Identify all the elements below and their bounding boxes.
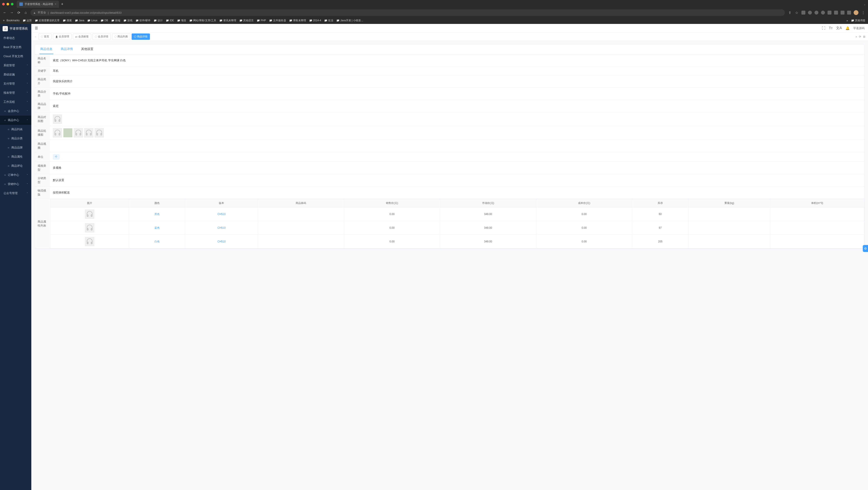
tag-tab-首页[interactable]: 首页 xyxy=(38,33,52,40)
ext-icon-2[interactable] xyxy=(808,11,812,14)
carousel-thumbnail[interactable] xyxy=(84,128,93,137)
window-close[interactable] xyxy=(2,3,5,5)
nav-forward-button[interactable]: → xyxy=(9,11,14,14)
nav-reload-button[interactable]: ⟳ xyxy=(17,11,21,15)
carousel-thumbnail[interactable] xyxy=(95,128,104,137)
ext-icon-3[interactable] xyxy=(814,11,818,14)
sku-thumbnail[interactable] xyxy=(85,209,94,219)
profile-avatar-icon[interactable] xyxy=(854,10,859,15)
version-link[interactable]: CH510 xyxy=(218,240,226,243)
bookmark-item[interactable]: 前端 xyxy=(111,19,120,22)
bookmark-item[interactable]: 运营 xyxy=(23,19,32,22)
bookmark-item[interactable]: 设计 xyxy=(154,19,163,22)
settings-fab[interactable]: ⚙ xyxy=(863,245,868,252)
sidebar-item-报表管理[interactable]: 报表管理˅ xyxy=(0,88,31,97)
bookmark-item[interactable]: DB xyxy=(100,19,108,22)
ext-icon-5[interactable] xyxy=(828,11,832,14)
tag-tab-会员标签[interactable]: 会员标签 xyxy=(73,33,91,40)
ext-icon-6[interactable] xyxy=(834,11,838,14)
ext-icon-4[interactable] xyxy=(821,11,825,14)
color-link[interactable]: 蓝色 xyxy=(154,226,160,229)
tabs-next-icon[interactable]: » xyxy=(856,35,857,38)
version-link[interactable]: CH510 xyxy=(218,213,226,216)
content-tab-商品信息[interactable]: 商品信息 xyxy=(39,44,53,54)
sidebar-item-商品分类[interactable]: ○商品分类 xyxy=(0,134,31,143)
bookmark-item[interactable]: Linux xyxy=(87,19,97,22)
nav-home-button[interactable]: ⌂ xyxy=(24,11,28,14)
tag-tab-商品列表[interactable]: 商品列表 xyxy=(112,33,130,40)
bookmark-item[interactable]: 其他语言 xyxy=(239,19,254,22)
tab-close-icon[interactable]: × xyxy=(55,3,56,6)
bookmark-item[interactable]: 软件/硬件 xyxy=(135,19,151,22)
extensions-puzzle-icon[interactable] xyxy=(841,11,844,14)
version-link[interactable]: CH510 xyxy=(218,226,226,229)
sku-thumbnail[interactable] xyxy=(85,237,94,246)
content-tab-商品详情[interactable]: 商品详情 xyxy=(60,44,74,54)
sidebar-item-作者动态[interactable]: 作者动态 xyxy=(0,33,31,43)
tabs-refresh-icon[interactable]: ⟳ xyxy=(859,35,861,38)
cover-thumbnail[interactable] xyxy=(53,115,62,124)
sidebar-item-会员中心[interactable]: ○会员中心˅ xyxy=(0,106,31,116)
carousel-thumbnail[interactable] xyxy=(74,128,83,137)
bookmark-item[interactable]: 生活 xyxy=(324,19,333,22)
sidebar-item-Cloud 开发文档[interactable]: Cloud 开发文档 xyxy=(0,52,31,61)
new-tab-button[interactable]: + xyxy=(61,2,64,6)
bookmark-item[interactable]: 游戏 xyxy=(123,19,132,22)
sidebar-item-系统管理[interactable]: 系统管理˅ xyxy=(0,61,31,70)
bookmark-star-icon[interactable]: ☆ xyxy=(795,11,799,15)
bookmark-item[interactable]: Java开发 | 小组首... xyxy=(336,19,363,22)
nav-back-button[interactable]: ← xyxy=(3,11,7,14)
ext-icon-1[interactable] xyxy=(801,11,805,14)
sidebar-toggle-button[interactable]: ☰ xyxy=(35,26,38,30)
tabs-prev-icon[interactable]: « xyxy=(34,35,37,38)
bookmark-item[interactable]: 项目 xyxy=(177,19,186,22)
bookmark-item[interactable]: 2014-4 xyxy=(309,19,321,22)
sku-thumbnail[interactable] xyxy=(85,223,94,232)
bookmark-item[interactable]: 网站/博客/文章/工具 xyxy=(189,19,216,22)
bookmarks-overflow-icon[interactable]: » xyxy=(846,19,848,22)
notification-bell-icon[interactable]: 🔔 xyxy=(845,26,850,30)
tabs-menu-icon[interactable]: ⊞ xyxy=(863,35,865,38)
sidebar-item-营销中心[interactable]: ○营销中心˅ xyxy=(0,179,31,189)
carousel-thumbnail[interactable] xyxy=(63,128,72,137)
sidebar-item-订单中心[interactable]: ○订单中心˅ xyxy=(0,170,31,179)
bookmark-item[interactable]: 文件服务器 xyxy=(269,19,286,22)
sidebar-item-公众号管理[interactable]: 公众号管理˅ xyxy=(0,189,31,198)
app-logo[interactable]: 芋道管理系统 xyxy=(0,24,31,33)
address-bar[interactable]: ▲ 不安全 | dashboard-vue3.yudao.iocoder.cn/… xyxy=(30,9,785,16)
tag-tab-会员详情[interactable]: 会员详情 xyxy=(92,33,111,40)
tag-tab-商品详情[interactable]: 商品详情 xyxy=(132,33,150,40)
sidebar-item-支付管理[interactable]: 支付管理˅ xyxy=(0,79,31,88)
sidebar-item-工作流程[interactable]: 工作流程˅ xyxy=(0,97,31,106)
side-panel-icon[interactable] xyxy=(847,11,851,14)
bookmark-item[interactable]: 其他书签 xyxy=(851,19,865,22)
font-size-icon[interactable]: Tт xyxy=(829,26,833,30)
browser-tab[interactable]: 芋道管理系统 - 商品详情 × xyxy=(17,1,59,8)
bookmark-item[interactable]: Java xyxy=(75,19,84,22)
bookmark-item[interactable]: Bookmarks xyxy=(3,19,20,22)
share-icon[interactable]: ⇧ xyxy=(787,11,792,15)
source-link[interactable]: 芋道源码 xyxy=(853,26,865,30)
window-minimize[interactable] xyxy=(6,3,9,5)
sidebar-item-商品品牌[interactable]: ○商品品牌 xyxy=(0,143,31,152)
menu-dots-icon[interactable]: ⋮ xyxy=(861,11,865,15)
bookmark-item[interactable]: 资讯未整理 xyxy=(219,19,236,22)
color-link[interactable]: 白色 xyxy=(154,240,160,243)
carousel-thumbnail[interactable] xyxy=(53,128,62,137)
bookmark-item[interactable]: PHP xyxy=(257,19,266,22)
translate-icon[interactable]: 文A xyxy=(836,26,842,30)
bookmark-item[interactable]: IDE xyxy=(166,19,174,22)
sidebar-item-商品属性[interactable]: ○商品属性 xyxy=(0,152,31,161)
tab-list-chevron-icon[interactable]: ⌄ xyxy=(863,3,866,6)
sidebar-item-商品列表[interactable]: ○商品列表 xyxy=(0,125,31,134)
sidebar-item-商品中心[interactable]: ○商品中心˄ xyxy=(0,116,31,125)
bookmark-item[interactable]: 近期需要读的文章 xyxy=(35,19,60,22)
color-link[interactable]: 黑色 xyxy=(154,213,160,216)
bookmark-item[interactable]: 博客未整理 xyxy=(289,19,306,22)
sidebar-item-基础设施[interactable]: 基础设施˅ xyxy=(0,70,31,79)
content-tab-其他设置[interactable]: 其他设置 xyxy=(80,44,94,54)
tag-tab-会员管理[interactable]: 会员管理 xyxy=(53,33,71,40)
sidebar-item-Boot 开发文档[interactable]: Boot 开发文档 xyxy=(0,43,31,52)
bookmark-item[interactable]: 搜索 xyxy=(63,19,72,22)
window-maximize[interactable] xyxy=(11,3,13,5)
